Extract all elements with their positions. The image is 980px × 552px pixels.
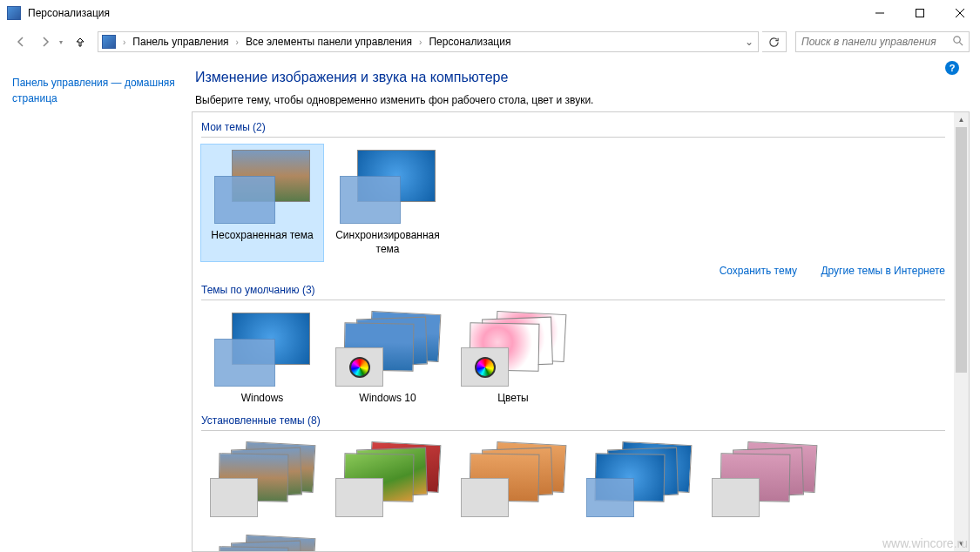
theme-preview (712, 443, 816, 517)
theme-windows-10[interactable]: Windows 10 (327, 307, 449, 411)
help-icon[interactable]: ? (945, 61, 959, 75)
chevron-right-icon: › (119, 37, 129, 47)
themes-scroll-area[interactable]: Мои темы (2) Несохраненная тема Синхрони… (193, 112, 954, 551)
theme-preview (340, 150, 436, 224)
theme-label: Цветы (497, 392, 529, 406)
minimize-button[interactable] (860, 0, 900, 26)
theme-preview (461, 443, 565, 517)
chevron-right-icon: › (416, 37, 425, 47)
content-body: ? Панель управления — домашняя страница … (0, 57, 980, 552)
theme-preview (586, 443, 691, 517)
main-panel: Изменение изображения и звука на компьют… (192, 57, 980, 552)
scroll-track[interactable] (954, 127, 969, 536)
theme-installed[interactable] (578, 438, 700, 528)
theme-flowers[interactable]: Цветы (452, 307, 574, 411)
section-my-themes: Мои темы (2) (201, 118, 945, 138)
watermark: www.wincore.ru (882, 536, 968, 550)
forward-button[interactable] (35, 31, 56, 52)
svg-line-5 (959, 42, 963, 45)
theme-unsaved[interactable]: Несохраненная тема (201, 145, 323, 261)
section-default-themes: Темы по умолчанию (3) (201, 280, 945, 300)
theme-preview (214, 150, 310, 224)
search-icon[interactable] (952, 35, 963, 49)
theme-label: Синхронизированная тема (330, 229, 445, 256)
theme-synced[interactable]: Синхронизированная тема (327, 145, 449, 261)
theme-installed[interactable] (201, 531, 323, 551)
sidebar: Панель управления — домашняя страница (0, 57, 192, 552)
theme-installed[interactable] (703, 438, 825, 528)
default-themes-row: Windows Windows 10 Ц (201, 307, 945, 411)
theme-preview (214, 313, 310, 387)
address-dropdown-icon[interactable]: ⌄ (740, 36, 758, 48)
theme-preview (210, 443, 314, 517)
theme-installed[interactable] (327, 438, 449, 528)
theme-installed[interactable] (201, 438, 323, 528)
window-controls (860, 0, 980, 26)
theme-label: Windows (241, 392, 284, 406)
installed-themes-row (201, 438, 945, 551)
section-installed-themes: Установленные темы (8) (201, 411, 945, 431)
address-bar[interactable]: › Панель управления › Все элементы панел… (98, 31, 759, 52)
themes-panel: Мои темы (2) Несохраненная тема Синхрони… (192, 111, 970, 552)
theme-windows[interactable]: Windows (201, 307, 323, 411)
theme-installed[interactable] (452, 438, 574, 528)
theme-preview (210, 536, 314, 551)
svg-point-4 (954, 37, 960, 43)
search-input[interactable] (801, 36, 952, 48)
navigation-bar: ▾ › Панель управления › Все элементы пан… (0, 26, 980, 57)
page-heading: Изменение изображения и звука на компьют… (192, 70, 980, 85)
title-bar: Персонализация (0, 0, 980, 26)
theme-preview (335, 443, 440, 517)
maximize-button[interactable] (900, 0, 940, 26)
more-themes-online-link[interactable]: Другие темы в Интернете (821, 265, 945, 277)
theme-action-links: Сохранить тему Другие темы в Интернете (201, 261, 945, 280)
palette-icon (349, 357, 370, 378)
control-panel-home-link[interactable]: Панель управления — домашняя страница (12, 75, 179, 106)
theme-preview (335, 313, 440, 387)
svg-rect-1 (916, 10, 924, 17)
theme-label: Несохраненная тема (211, 229, 313, 243)
window-title: Персонализация (28, 7, 860, 19)
scrollbar[interactable]: ▲ ▼ (954, 112, 969, 551)
my-themes-row: Несохраненная тема Синхронизированная те… (201, 145, 945, 261)
breadcrumb-item[interactable]: Персонализация (425, 36, 514, 48)
search-box[interactable] (795, 31, 970, 52)
theme-preview (461, 313, 565, 387)
back-button[interactable] (10, 31, 31, 52)
chevron-right-icon: › (233, 37, 242, 47)
refresh-button[interactable] (762, 31, 787, 52)
location-icon (102, 35, 116, 49)
scroll-thumb[interactable] (956, 127, 967, 373)
palette-icon (475, 357, 496, 378)
history-dropdown-icon[interactable]: ▾ (59, 38, 63, 46)
page-description: Выберите тему, чтобы одновременно измени… (192, 94, 980, 106)
breadcrumb-item[interactable]: Все элементы панели управления (242, 36, 416, 48)
close-button[interactable] (940, 0, 980, 26)
save-theme-link[interactable]: Сохранить тему (720, 265, 797, 277)
scroll-up-icon[interactable]: ▲ (954, 112, 969, 127)
up-button[interactable] (70, 31, 91, 52)
breadcrumb-item[interactable]: Панель управления (129, 36, 232, 48)
theme-label: Windows 10 (359, 392, 416, 406)
app-icon (7, 6, 21, 20)
